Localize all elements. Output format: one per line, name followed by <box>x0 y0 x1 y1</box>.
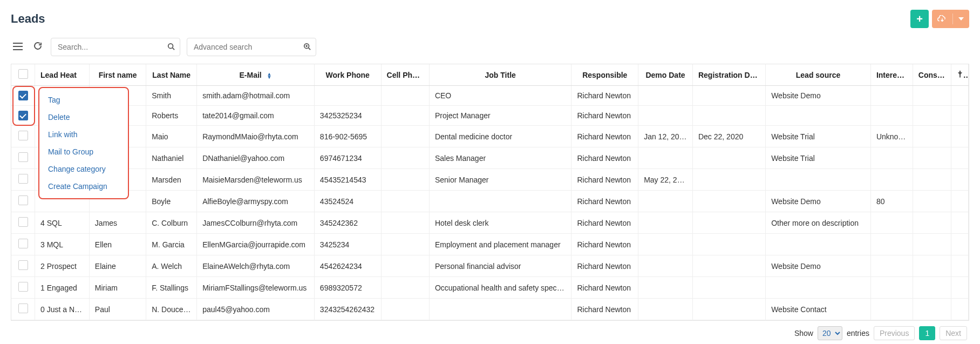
table-row[interactable]: Robertstate2014@gmail.com3425325234Proje… <box>11 106 969 126</box>
cell-email: MiriamFStallings@teleworm.us <box>197 277 315 299</box>
cell-demo-date: May 22, 2018 <box>638 169 693 191</box>
ctx-tag[interactable]: Tag <box>39 91 128 109</box>
cell-reg-date <box>692 255 765 277</box>
table-row[interactable]: NathanielDNathaniel@yahoo.com6974671234S… <box>11 147 969 169</box>
cell-cell-phone <box>381 86 429 106</box>
cell-last-name: Marsden <box>146 169 197 191</box>
col-work-phone[interactable]: Work Phone <box>314 64 381 86</box>
search-input[interactable] <box>51 38 180 56</box>
cell-email: JamesCColburn@rhyta.com <box>197 212 315 234</box>
table-row[interactable]: MaioRaymondMMaio@rhyta.com816-902-5695De… <box>11 126 969 147</box>
cell-email: ElaineAWelch@rhyta.com <box>197 255 315 277</box>
cell-interests <box>870 255 913 277</box>
page-size-select[interactable]: 20 <box>818 326 842 340</box>
table-row[interactable]: 2 ProspectElaineA. WelchElaineAWelch@rhy… <box>11 255 969 277</box>
cell-first-name: Elaine <box>89 255 146 277</box>
cell-lead-heat: 0 Just a Name <box>35 299 90 320</box>
cell-demo-date <box>638 106 693 126</box>
header-row: Lead Heat First name Last Name E-Mail ▲▼… <box>11 64 969 86</box>
context-menu: Tag Delete Link with Mail to Group Chang… <box>38 87 129 199</box>
col-reg-date[interactable]: Registration Date <box>692 64 765 86</box>
cell-work-phone: 6989320572 <box>314 277 381 299</box>
table-row[interactable]: Smithsmith.adam@hotmail.comCEORichard Ne… <box>11 86 969 106</box>
table-row[interactable]: 1 EngagedMiriamF. StallingsMiriamFStalli… <box>11 277 969 299</box>
ctx-link-with[interactable]: Link with <box>39 126 128 143</box>
col-cell-phone[interactable]: Cell Phone <box>381 64 429 86</box>
table-footer: Show 20 entries Previous 1 Next <box>11 321 969 340</box>
col-interests[interactable]: Interests <box>870 64 913 86</box>
col-email[interactable]: E-Mail ▲▼ <box>197 64 315 86</box>
col-last-name[interactable]: Last Name <box>146 64 197 86</box>
cell-cell-phone <box>381 234 429 255</box>
cell-job-title: Personal financial advisor <box>429 255 571 277</box>
select-all-checkbox[interactable] <box>18 69 28 79</box>
cell-consent <box>913 234 951 255</box>
leads-table: Lead Heat First name Last Name E-Mail ▲▼… <box>11 64 969 320</box>
advanced-search-input[interactable] <box>187 38 316 56</box>
chevron-down-icon <box>953 10 969 28</box>
col-first-name[interactable]: First name <box>89 64 146 86</box>
refresh-icon <box>33 42 42 53</box>
cell-work-phone: 3425234 <box>314 234 381 255</box>
table-row[interactable]: BoyleAlfieBoyle@armyspy.com43524524Richa… <box>11 191 969 212</box>
pager-previous[interactable]: Previous <box>874 326 915 340</box>
cell-cell-phone <box>381 106 429 126</box>
row-checkbox[interactable] <box>18 195 28 205</box>
row-checkbox[interactable] <box>18 217 28 227</box>
cell-work-phone <box>314 86 381 106</box>
pager-next[interactable]: Next <box>940 326 967 340</box>
cell-email: tate2014@gmail.com <box>197 106 315 126</box>
cell-last-name: Nathaniel <box>146 147 197 169</box>
ctx-change-category[interactable]: Change category <box>39 160 128 178</box>
sort-icon: ▲▼ <box>267 72 272 79</box>
cell-work-phone: 816-902-5695 <box>314 126 381 147</box>
row-checkbox[interactable] <box>18 131 28 140</box>
cell-demo-date <box>638 191 693 212</box>
table-row[interactable]: 4 SQLJamesC. ColburnJamesCColburn@rhyta.… <box>11 212 969 234</box>
col-responsible[interactable]: Responsible <box>571 64 638 86</box>
col-demo-date[interactable]: Demo Date <box>638 64 693 86</box>
cell-email: MaisieMarsden@teleworm.us <box>197 169 315 191</box>
cell-reg-date <box>692 106 765 126</box>
cell-pin <box>951 106 968 126</box>
cell-cell-phone <box>381 191 429 212</box>
col-email-label: E-Mail <box>239 71 261 79</box>
row-checkbox[interactable] <box>18 239 28 248</box>
row-checkbox[interactable] <box>18 174 28 184</box>
cell-lead-source: Website Contact <box>766 299 871 320</box>
row-checkbox[interactable] <box>18 260 28 270</box>
table-row[interactable]: MarsdenMaisieMarsden@teleworm.us45435214… <box>11 169 969 191</box>
cell-consent <box>913 212 951 234</box>
ctx-mail-group[interactable]: Mail to Group <box>39 143 128 160</box>
cell-cell-phone <box>381 277 429 299</box>
row-checkbox[interactable] <box>18 91 28 100</box>
col-lead-source[interactable]: Lead source <box>766 64 871 86</box>
cell-reg-date <box>692 277 765 299</box>
table-row[interactable]: 0 Just a NamePaulN. Doucettepaul45@yahoo… <box>11 299 969 320</box>
row-checkbox[interactable] <box>18 111 28 120</box>
col-lead-heat[interactable]: Lead Heat <box>35 64 90 86</box>
col-job-title[interactable]: Job Title <box>429 64 571 86</box>
menu-button[interactable] <box>11 39 25 55</box>
cell-lead-source: Website Demo <box>766 86 871 106</box>
cell-email: DNathaniel@yahoo.com <box>197 147 315 169</box>
cell-job-title: Dental medicine doctor <box>429 126 571 147</box>
cell-interests <box>870 106 913 126</box>
pager-page-1[interactable]: 1 <box>919 326 935 340</box>
cell-demo-date <box>638 234 693 255</box>
row-checkbox[interactable] <box>18 152 28 162</box>
cell-cell-phone <box>381 212 429 234</box>
table-row[interactable]: 3 MQLEllenM. GarciaEllenMGarcia@jourrapi… <box>11 234 969 255</box>
cell-pin <box>951 86 968 106</box>
ctx-delete[interactable]: Delete <box>39 109 128 126</box>
col-consent[interactable]: Consent <box>913 64 951 86</box>
ctx-create-campaign[interactable]: Create Campaign <box>39 178 128 195</box>
col-pin[interactable] <box>951 64 968 86</box>
cell-last-name: Boyle <box>146 191 197 212</box>
cell-consent <box>913 126 951 147</box>
export-split-button[interactable] <box>932 10 969 28</box>
refresh-button[interactable] <box>31 39 44 55</box>
add-button[interactable]: + <box>910 10 929 28</box>
row-checkbox[interactable] <box>18 282 28 292</box>
row-checkbox[interactable] <box>18 303 28 313</box>
